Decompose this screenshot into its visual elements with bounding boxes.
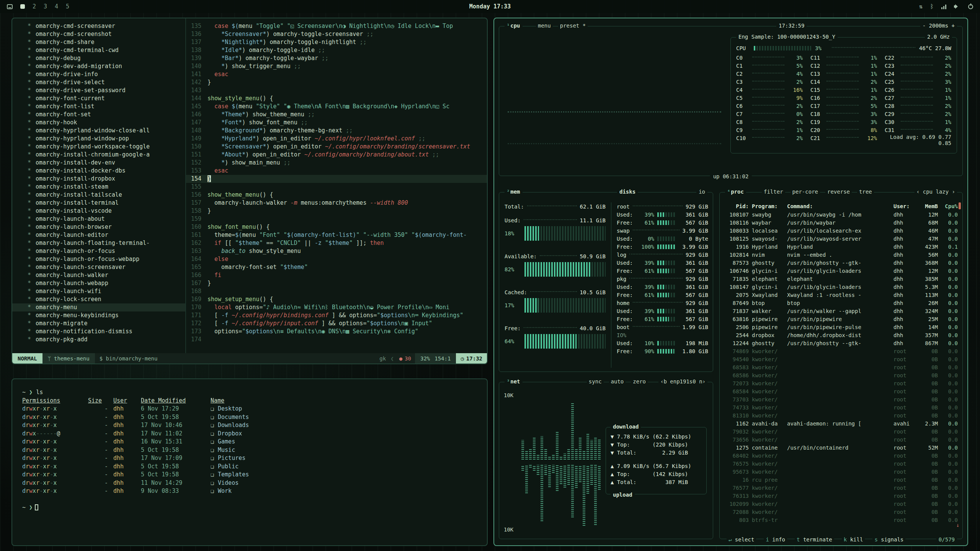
code-line[interactable]: 172 [ -f ~/.config/hypr/input.conf ] && … (186, 320, 487, 328)
process-row[interactable]: 76575kworker/root0B0.0 (725, 460, 958, 468)
process-row[interactable]: 102814nvimnvim --embed .dhh56M0.0 (725, 251, 958, 259)
footer-hint-kill[interactable]: k kill (842, 536, 865, 543)
proc-button-tree[interactable]: tree (857, 189, 874, 195)
code-line[interactable]: 150 *Screensaver*) open_in_editor ~/.con… (186, 143, 487, 151)
process-row[interactable]: 73656kworker/root0B0.0 (725, 435, 958, 443)
process-row[interactable]: 108125swayosd-/usr/lib/swayosd-serverdhh… (725, 235, 958, 243)
file-item[interactable]: *omarchy-launch-editor (12, 231, 185, 239)
file-item[interactable]: *omarchy-dev-add-migration (12, 62, 185, 70)
code-line[interactable]: 162 if [[ "$theme" == "CNCLD" || -z "$th… (186, 239, 487, 247)
file-item[interactable]: *omarchy-install-docker-dbs (12, 167, 185, 175)
network-arrows-icon[interactable]: ⇅ (919, 3, 923, 10)
process-row[interactable]: 63816pipewire/usr/bin/pipewiredhh25M0.0 (725, 315, 958, 323)
file-item[interactable]: *omarchy-drive-set-password (12, 86, 185, 95)
process-row[interactable]: 74733kworker/root0B0.0 (725, 403, 958, 411)
workspace-3[interactable]: 3 (44, 3, 47, 10)
code-line[interactable]: 161 theme=$(menu "Font" "$(omarchy-font-… (186, 231, 487, 239)
process-row[interactable]: 81310kworker/root0B0.0 (725, 411, 958, 419)
process-row[interactable]: 79032kworker/root0B0.0 (725, 427, 958, 435)
file-item[interactable]: *omarchy-menu (12, 303, 185, 311)
code-line[interactable]: 169show_setup_menu() { (186, 295, 487, 303)
file-item[interactable]: *omarchy-launch-about (12, 215, 185, 223)
file-item[interactable]: *omarchy-drive-select (12, 78, 185, 86)
process-row[interactable]: 803btrfs-trroot0B0.0 (725, 516, 958, 524)
process-row[interactable]: 95673kworker/root0B0.0 (725, 468, 958, 476)
file-item[interactable]: *omarchy-launch-or-focus (12, 247, 185, 255)
column-header[interactable]: MemB (916, 203, 938, 209)
code-line[interactable]: 157 omarchy-launch-walker -m menus:omarc… (186, 199, 487, 207)
code-line[interactable]: 153 esac (186, 167, 487, 175)
process-row[interactable]: 94540kworker/root0B0.0 (725, 355, 958, 363)
process-row[interactable]: 108033localsea/usr/lib/localsearch-exdhh… (725, 227, 958, 235)
workspace-5[interactable]: 5 (66, 3, 69, 10)
footer-hint-terminate[interactable]: t terminate (795, 536, 834, 543)
process-row[interactable]: 16rcu_preeroot0B0.0 (725, 476, 958, 484)
proc-button-percore[interactable]: per-core (791, 189, 820, 195)
bluetooth-icon[interactable]: ᛒ (930, 3, 934, 10)
file-item[interactable]: *omarchy-drive-info (12, 70, 185, 78)
process-row[interactable]: 2544dropbox/home/dhh/.dropbox-distdhh357… (725, 331, 958, 339)
file-item[interactable]: *omarchy-cmd-terminal-cwd (12, 46, 185, 54)
code-line[interactable]: 148 *Background*) omarchy-theme-bg-next … (186, 127, 487, 135)
code-line[interactable]: 170 local options="♪ Audio\n≈ Wifi\nᛒ Bl… (186, 303, 487, 311)
disks-panel-title[interactable]: disks (617, 189, 638, 195)
file-item[interactable]: *omarchy-launch-wifi (12, 287, 185, 295)
proc-button-reverse[interactable]: reverse (825, 189, 852, 195)
code-line[interactable]: 149 *Hyprland*) open_in_editor ~/.config… (186, 135, 487, 143)
process-row[interactable]: 71837walker/usr/bin/walker --gappldhh324… (725, 307, 958, 315)
code-line[interactable]: 146 *Theme*) show_theme_menu ;; (186, 111, 487, 119)
code-line[interactable]: 137 *Nightlight*) omarchy-toggle-nightli… (186, 38, 487, 46)
process-row[interactable]: 68402kworker/root0B0.0 (725, 452, 958, 460)
code-line[interactable]: 166 fi (186, 271, 487, 279)
power-icon[interactable] (968, 4, 973, 9)
proc-panel-title[interactable]: ⁴proc (725, 189, 746, 195)
column-header[interactable]: Pid: (725, 203, 749, 209)
scroll-down-indicator[interactable]: ↓ (956, 522, 959, 528)
process-row[interactable]: 1162avahi-daavahi-daemon: running [avahi… (725, 419, 958, 427)
footer-hint-info[interactable]: i info (764, 536, 787, 543)
code-line[interactable]: 165 omarchy-font-set "$theme" (186, 263, 487, 271)
file-item[interactable]: *omarchy-notification-dismiss (12, 328, 185, 336)
net-button-sync[interactable]: sync (587, 378, 604, 385)
file-item[interactable]: *omarchy-launch-browser (12, 223, 185, 231)
process-row[interactable]: 74869kworker/root0B0.0 (725, 347, 958, 355)
git-branch[interactable]: ᛘthemes-menu (42, 353, 95, 364)
file-item[interactable]: *omarchy-launch-or-focus-webapp (12, 255, 185, 263)
diagnostics-count[interactable]: ●30 (395, 353, 415, 364)
net-button-zero[interactable]: zero (631, 378, 648, 385)
process-row[interactable]: 108147glycin-i/usr/lib/glycin-loadersdhh… (725, 283, 958, 291)
column-header[interactable]: Command: (787, 203, 890, 209)
process-row[interactable]: 2506pipewire/usr/bin/pipewire-pulsedhh14… (725, 323, 958, 331)
code-line[interactable]: 163 back_to show_style_menu (186, 247, 487, 255)
process-row[interactable]: 1916HyprlandHyprlanddhh423M0.1 (725, 243, 958, 251)
process-row[interactable]: 68586kworker/root0B0.0 (725, 371, 958, 379)
code-line[interactable]: 152 *) show_main_menu ;; (186, 159, 487, 167)
process-row[interactable]: 68584kworker/root0B0.0 (725, 387, 958, 395)
process-row[interactable]: 108107swaybg/usr/bin/swaybg -i /homdhh12… (725, 210, 958, 218)
code-line[interactable]: 154} (186, 175, 487, 183)
io-toggle[interactable]: io (696, 189, 707, 195)
file-item[interactable]: *omarchy-install-steam (12, 183, 185, 191)
file-item[interactable]: *omarchy-font-current (12, 95, 185, 103)
column-header[interactable]: User: (893, 203, 913, 209)
file-item[interactable]: *omarchy-install-chromium-google-a (12, 151, 185, 159)
process-row[interactable]: 2075XwaylandXwayland :1 -rootless -dhh11… (725, 291, 958, 299)
code-line[interactable]: 156show_theme_menu() { (186, 191, 487, 199)
code-line[interactable]: 139 *Bar*) omarchy-toggle-waybar ;; (186, 54, 487, 62)
code-line[interactable]: 144show_style_menu() { (186, 95, 487, 103)
code-line[interactable]: 138 *Idle*) omarchy-toggle-idle ;; (186, 46, 487, 54)
app-window-icon[interactable] (7, 4, 13, 9)
code-line[interactable]: 171 [ -f ~/.config/hypr/bindings.conf ] … (186, 311, 487, 320)
file-item[interactable]: *omarchy-install-dev-env (12, 159, 185, 167)
file-item[interactable]: *omarchy-launch-walker (12, 271, 185, 279)
net-button-auto[interactable]: auto (609, 378, 626, 385)
file-item[interactable]: *omarchy-install-tailscale (12, 191, 185, 199)
process-row[interactable]: 12244ghostty/usr/bin/ghostty --gtk-dhh86… (725, 339, 958, 347)
file-item[interactable]: *omarchy-launch-screensaver (12, 263, 185, 271)
code-line[interactable]: 167} (186, 279, 487, 287)
code-line[interactable]: 147 *Font*) show_font_menu ;; (186, 119, 487, 127)
proc-sort-mode[interactable]: ‹ cpu lazy › (915, 189, 957, 195)
process-row[interactable]: 1275containe/usr/bin/containerdroot52M0.… (725, 443, 958, 452)
file-item[interactable]: *omarchy-font-set (12, 111, 185, 119)
code-line[interactable]: 164 else (186, 255, 487, 263)
